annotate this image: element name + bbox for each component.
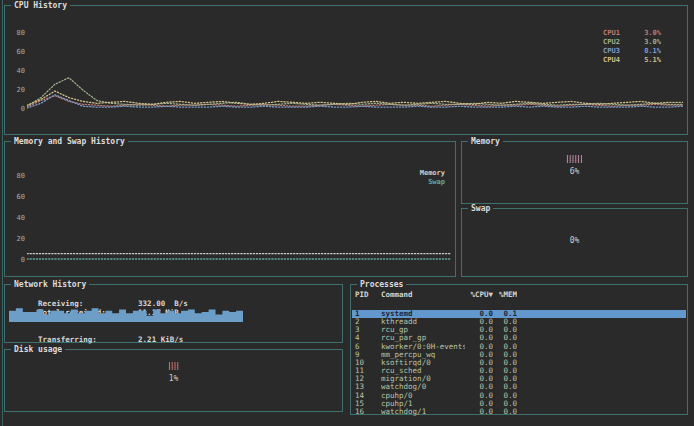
process-pid: 4: [355, 334, 381, 342]
process-pid: 3: [355, 326, 381, 334]
process-pid: 12: [355, 375, 381, 383]
processes-title: Processes: [357, 280, 406, 289]
swap-panel: Swap 0%: [461, 208, 688, 277]
process-mem: 0.0: [493, 367, 517, 375]
process-row[interactable]: 1systemd0.00.1: [352, 310, 686, 318]
process-row[interactable]: 13watchdog/00.00.0: [352, 383, 686, 391]
process-cpu: 0.0: [465, 383, 493, 391]
process-mem: 0.0: [493, 326, 517, 334]
process-cpu: 0.0: [465, 400, 493, 408]
process-row[interactable]: 12migration/00.00.0: [352, 375, 686, 383]
network-received-sparkline: [9, 307, 243, 322]
column-header-command[interactable]: Command: [381, 291, 465, 299]
process-row[interactable]: 6kworker/0:0H-events_high0.00.0: [352, 343, 686, 351]
memory-percent: 6%: [462, 167, 687, 176]
y-tick-label: 40: [9, 214, 25, 222]
column-header-cpu[interactable]: %CPU▼: [465, 291, 493, 299]
memory-swap-legend: MemorySwap: [420, 169, 445, 187]
disk-usage-dots: [168, 362, 179, 370]
swap-percent: 0%: [462, 236, 687, 245]
cpu-legend: CPU13.0%CPU23.0%CPU30.1%CPU45.1%: [603, 29, 661, 65]
process-pid: 15: [355, 400, 381, 408]
y-tick-label: 80: [9, 172, 25, 180]
process-command: rcu_par_gp: [381, 334, 465, 342]
process-mem: 0.0: [493, 334, 517, 342]
cpu-legend-label: CPU3: [603, 47, 620, 56]
processes-panel: Processes PIDCommand%CPU▼%MEM 1systemd0.…: [350, 284, 688, 415]
process-pid: 9: [355, 351, 381, 359]
process-command: cpuhp/1: [381, 400, 465, 408]
process-cpu: 0.0: [465, 375, 493, 383]
cpu-legend-entry: CPU13.0%: [603, 29, 661, 38]
column-header-pid[interactable]: PID: [355, 291, 381, 299]
network-history-title: Network History: [11, 280, 89, 289]
cpu-history-panel: CPU History 020406080 CPU13.0%CPU23.0%CP…: [4, 5, 688, 135]
process-command: cpuhp/0: [381, 392, 465, 400]
cpu-legend-value: 0.1%: [644, 47, 661, 56]
process-command: rcu_gp: [381, 326, 465, 334]
network-history-panel: Network History Receiving:332.00 B/s Tot…: [4, 284, 343, 343]
swap-title: Swap: [468, 204, 493, 213]
process-row[interactable]: 16watchdog/10.00.0: [352, 408, 686, 416]
y-tick-label: 20: [9, 86, 25, 94]
process-row[interactable]: 9mm_percpu_wq0.00.0: [352, 351, 686, 359]
memory-swap-history-title: Memory and Swap History: [11, 137, 128, 146]
process-cpu: 0.0: [465, 310, 493, 318]
cpu-legend-value: 5.1%: [644, 56, 661, 65]
cpu-legend-value: 3.0%: [644, 29, 661, 38]
cpu-legend-label: CPU1: [603, 29, 620, 38]
process-row[interactable]: 4rcu_par_gp0.00.0: [352, 334, 686, 342]
process-mem: 0.0: [493, 383, 517, 391]
process-command: kworker/0:0H-events_high: [381, 343, 465, 351]
process-command: rcu_sched: [381, 367, 465, 375]
process-mem: 0.0: [493, 343, 517, 351]
process-row[interactable]: 10ksoftirqd/00.00.0: [352, 359, 686, 367]
memswap-legend-entry: Swap: [420, 178, 445, 187]
process-cpu: 0.0: [465, 392, 493, 400]
process-row[interactable]: 3rcu_gp0.00.0: [352, 326, 686, 334]
process-pid: 13: [355, 383, 381, 391]
process-cpu: 0.0: [465, 408, 493, 416]
process-cpu: 0.0: [465, 326, 493, 334]
system-monitor-screen: CPU History 020406080 CPU13.0%CPU23.0%CP…: [0, 0, 694, 426]
process-pid: 6: [355, 343, 381, 351]
cpu-legend-entry: CPU45.1%: [603, 56, 661, 65]
process-pid: 10: [355, 359, 381, 367]
process-cpu: 0.0: [465, 318, 493, 326]
y-tick-label: 20: [9, 235, 25, 243]
memswap-legend-entry: Memory: [420, 169, 445, 178]
process-command: ksoftirqd/0: [381, 359, 465, 367]
terminal-left-border: [2, 0, 3, 426]
process-pid: 11: [355, 367, 381, 375]
y-tick-label: 0: [9, 256, 25, 264]
process-row[interactable]: 15cpuhp/10.00.0: [352, 400, 686, 408]
process-command: systemd: [381, 310, 465, 318]
process-command: watchdog/0: [381, 383, 465, 391]
cpu-history-title: CPU History: [11, 1, 70, 10]
process-command: watchdog/1: [381, 408, 465, 416]
process-mem: 0.0: [493, 408, 517, 416]
process-mem: 0.0: [493, 375, 517, 383]
process-mem: 0.0: [493, 351, 517, 359]
process-command: migration/0: [381, 375, 465, 383]
process-cpu: 0.0: [465, 359, 493, 367]
process-cpu: 0.0: [465, 351, 493, 359]
cpu-legend-value: 3.0%: [644, 38, 661, 47]
process-mem: 0.1: [493, 310, 517, 318]
process-row[interactable]: 14cpuhp/00.00.0: [352, 392, 686, 400]
column-header-mem[interactable]: %MEM: [493, 291, 517, 299]
y-tick-label: 60: [9, 48, 25, 56]
memory-usage-dots: [566, 155, 583, 163]
memory-swap-history-panel: Memory and Swap History 020406080 Memory…: [4, 141, 456, 277]
y-tick-label: 80: [9, 29, 25, 37]
process-mem: 0.0: [493, 318, 517, 326]
process-cpu: 0.0: [465, 367, 493, 375]
process-pid: 1: [355, 310, 381, 318]
process-mem: 0.0: [493, 392, 517, 400]
memory-panel: Memory 6%: [461, 141, 688, 204]
process-row[interactable]: 11rcu_sched0.00.0: [352, 367, 686, 375]
disk-percent: 1%: [5, 374, 342, 383]
process-row[interactable]: 2kthreadd0.00.0: [352, 318, 686, 326]
cpu-legend-entry: CPU30.1%: [603, 47, 661, 56]
process-command: kthreadd: [381, 318, 465, 326]
